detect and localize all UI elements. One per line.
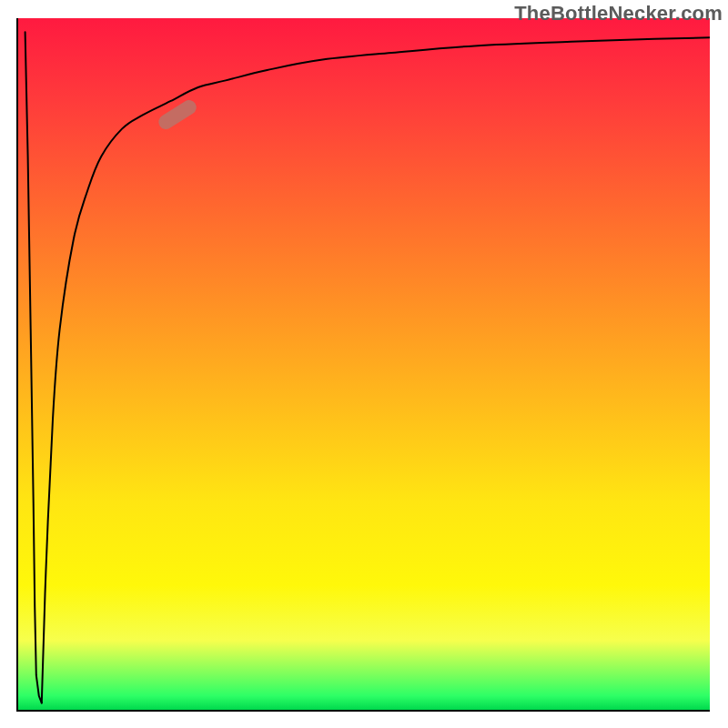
chart-stage: TheBottleNecker.com bbox=[0, 0, 728, 728]
y-axis bbox=[16, 18, 18, 712]
x-axis bbox=[18, 710, 710, 712]
plot-background-gradient bbox=[18, 18, 710, 710]
watermark-text: TheBottleNecker.com bbox=[514, 2, 723, 25]
